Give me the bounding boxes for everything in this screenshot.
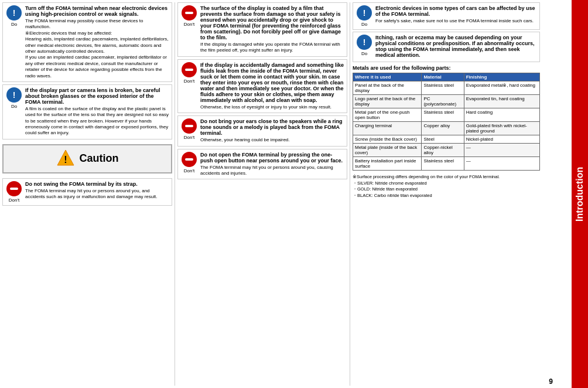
text-content-5: If the display is accidentally damaged a… xyxy=(200,62,344,110)
dont-label-4: Don't xyxy=(184,135,194,140)
body-2: A film is coated on the surface of the d… xyxy=(25,106,169,137)
text-content-6: Do not bring your ears close to the spea… xyxy=(200,118,344,143)
text-content-8: Electronic devices in some types of cars… xyxy=(375,5,537,24)
exclamation-icon-2: ! xyxy=(6,87,22,103)
dont-label-5: Don't xyxy=(184,168,194,173)
table-cell: Charging terminal xyxy=(353,122,422,135)
body-1: The FOMA terminal may possibly cause the… xyxy=(25,18,169,79)
footnote: ※Surface processing differs depending on… xyxy=(353,174,540,199)
col-header-finishing: Finishing xyxy=(464,73,539,81)
title-3: Do not swing the FOMA terminal by its st… xyxy=(25,181,169,187)
warning-box-swing: Don't Do not swing the FOMA terminal by … xyxy=(2,178,172,206)
no-entry-icon-4 xyxy=(182,118,197,134)
table-cell: Gold-plated finish with nickel-plated gr… xyxy=(464,122,539,135)
icon-area-9: ! Do xyxy=(355,35,373,56)
icon-area-4: Don't xyxy=(180,5,198,27)
icon-area-5: Don't xyxy=(180,62,198,84)
warning-box-cars: ! Do Electronic devices in some types of… xyxy=(353,2,540,30)
icon-area-1: ! Do xyxy=(5,5,23,27)
table-cell: Evaporated tin, hard coating xyxy=(464,95,539,108)
table-row: Metal plate (inside of the back cover)Co… xyxy=(353,144,540,157)
warning-box-fluids: Don't If the display is accidentally dam… xyxy=(177,59,347,113)
dont-label-3: Don't xyxy=(184,79,194,84)
table-cell: Evaporated metal※, hard coating xyxy=(464,81,539,95)
metals-title: Metals are used for the following parts: xyxy=(353,65,540,71)
table-cell: Steel xyxy=(422,135,464,144)
body-4: If the display is damaged while you oper… xyxy=(200,42,344,54)
table-cell: Stainless steel xyxy=(422,108,464,122)
body-3: The FOMA terminal may hit you or persons… xyxy=(25,188,169,200)
text-content-3: Do not swing the FOMA terminal by its st… xyxy=(25,181,169,200)
warning-box-openbtn: Don't Do not open the FOMA terminal by p… xyxy=(177,149,347,180)
text-content-1: Turn off the FOMA terminal when near ele… xyxy=(25,5,169,79)
dont-label-2: Don't xyxy=(184,22,194,27)
introduction-tab: Introduction xyxy=(572,0,588,388)
caution-banner: ! Caution xyxy=(2,144,172,173)
do-label-4: Do xyxy=(361,51,367,56)
table-cell: Screw (inside the Back cover) xyxy=(353,135,422,144)
table-row: Charging terminalCopper alloyGold-plated… xyxy=(353,122,540,135)
table-cell: Hard coating xyxy=(464,108,539,122)
table-row: Logo panel at the back of the displayPC … xyxy=(353,95,540,108)
no-entry-icon-5 xyxy=(182,152,197,167)
text-content-7: Do not open the FOMA terminal by pressin… xyxy=(200,152,344,177)
do-label-1: Do xyxy=(11,22,17,27)
table-cell: Logo panel at the back of the display xyxy=(353,95,422,108)
dont-label-1: Don't xyxy=(9,198,19,203)
exclamation-icon-3: ! xyxy=(357,5,372,21)
metals-table: Where it is used Material Finishing Pane… xyxy=(353,73,540,171)
title-9: Itching, rash or eczema may be caused de… xyxy=(375,35,537,58)
col-header-material: Material xyxy=(422,73,464,81)
warning-box-film: Don't The surface of the display is coat… xyxy=(177,2,347,57)
exclamation-icon-4: ! xyxy=(357,35,372,50)
table-cell: Panel at the back of the display xyxy=(353,81,422,95)
col-header-where: Where it is used xyxy=(353,73,422,81)
table-cell: — xyxy=(464,157,539,171)
text-content-4: The surface of the display is coated by … xyxy=(200,5,344,54)
title-4: The surface of the display is coated by … xyxy=(200,5,344,40)
text-content-9: Itching, rash or eczema may be caused de… xyxy=(375,35,537,59)
exclamation-icon-1: ! xyxy=(6,5,22,21)
body-7: The FOMA terminal may hit you or persons… xyxy=(200,165,344,177)
warning-box-rash: ! Do Itching, rash or eczema may be caus… xyxy=(353,32,540,62)
warning-box-turnoff: ! Do Turn off the FOMA terminal when nea… xyxy=(2,2,172,82)
icon-area-6: Don't xyxy=(180,118,198,140)
warning-box-ears: Don't Do not bring your ears close to th… xyxy=(177,115,347,146)
title-5: If the display is accidentally damaged a… xyxy=(200,62,344,103)
table-row: Panel at the back of the displayStainles… xyxy=(353,81,540,95)
table-cell: PC (polycarbonate) xyxy=(422,95,464,108)
icon-area-2: ! Do xyxy=(5,87,23,109)
no-entry-icon-3 xyxy=(182,62,197,77)
body-6: Otherwise, your hearing could be impaire… xyxy=(200,137,344,143)
table-cell: Battery installation part inside surface xyxy=(353,157,422,171)
no-entry-icon-2 xyxy=(182,5,197,21)
table-cell: — xyxy=(464,144,539,157)
table-cell: Copper alloy xyxy=(422,122,464,135)
do-label-3: Do xyxy=(361,22,367,27)
text-content-2: If the display part or camera lens is br… xyxy=(25,87,169,137)
warning-box-display: ! Do If the display part or camera lens … xyxy=(2,84,172,139)
title-8: Electronic devices in some types of cars… xyxy=(375,5,537,17)
table-cell: Metal part of the one-push open button xyxy=(353,108,422,122)
title-2: If the display part or camera lens is br… xyxy=(25,87,169,105)
table-row: Battery installation part inside surface… xyxy=(353,157,540,171)
title-6: Do not bring your ears close to the spea… xyxy=(200,118,344,136)
caution-triangle-icon: ! xyxy=(56,149,75,169)
body-5: Otherwise, the loss of eyesight or injur… xyxy=(200,104,344,110)
do-label-2: Do xyxy=(11,104,17,109)
table-cell: Stainless steel xyxy=(422,81,464,95)
icon-area-3: Don't xyxy=(5,181,23,203)
body-8: For safety's sake, make sure not to use … xyxy=(375,18,537,24)
page-number: 9 xyxy=(549,377,553,386)
icon-area-7: Don't xyxy=(180,152,198,173)
table-row: Metal part of the one-push open buttonSt… xyxy=(353,108,540,122)
table-cell: Nickel-plated xyxy=(464,135,539,144)
caution-label: Caution xyxy=(80,152,119,165)
title-7: Do not open the FOMA terminal by pressin… xyxy=(200,152,344,164)
table-cell: Metal plate (inside of the back cover) xyxy=(353,144,422,157)
svg-text:!: ! xyxy=(64,155,67,165)
table-row: Screw (inside the Back cover)SteelNickel… xyxy=(353,135,540,144)
table-cell: Copper-nickel alloy xyxy=(422,144,464,157)
no-entry-icon-1 xyxy=(6,181,22,196)
table-cell: Stainless steel xyxy=(422,157,464,171)
